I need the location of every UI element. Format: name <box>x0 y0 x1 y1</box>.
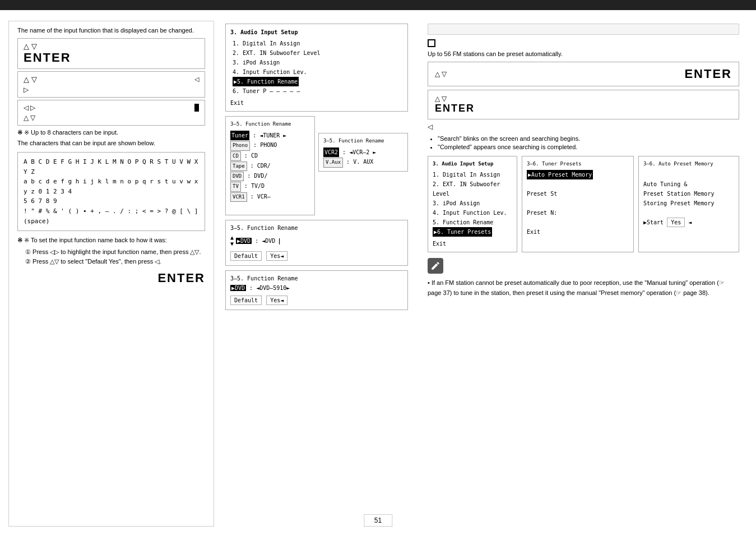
checkbox-icon <box>428 39 435 47</box>
control-box-2: △ ▽ ◁ ▷ <box>17 71 205 98</box>
right-arrows-2: △ ▽ <box>435 95 447 103</box>
right-ctrl-row-1: △ ▽ ENTER <box>435 67 732 81</box>
lr-arrows-3: ◁ ▷ <box>24 104 35 112</box>
fn-rename-title-1: 3–5. Function Rename <box>230 120 310 128</box>
bullet-1: "Search" blinks on the screen and search… <box>438 135 739 142</box>
right-header-box <box>428 24 739 35</box>
r-auto-item-1 <box>643 170 734 179</box>
right-control-2: △ ▽ ENTER <box>428 90 739 119</box>
main-menu-item-6: 6. Tuner P – – – – – <box>230 86 403 96</box>
default-btn-2[interactable]: Default <box>230 296 262 305</box>
instruction-list: ① Press ◁▷ to highlight the input functi… <box>25 248 205 265</box>
r-auto-item-3: Preset Station Memory <box>643 189 734 199</box>
right-menus: 3. Audio Input Setup 1. Digital In Assig… <box>428 156 739 252</box>
r-auto-item-5 <box>643 208 734 218</box>
chars-line-3: 5 6 7 8 9 <box>24 196 199 206</box>
fn-item-vcr2: VCR2 : ◄VCR–2 ► <box>323 147 403 157</box>
chars-line-2: a b c d e f g h i j k l m n o p q r s t … <box>24 177 199 196</box>
page-number: 51 <box>364 514 392 527</box>
right-auto-preset-menu: 3–6. Auto Preset Memory Auto Tuning & Pr… <box>638 156 739 252</box>
yes-start-btn[interactable]: Yes <box>667 218 685 227</box>
main-menu-item-1: 1. Digital In Assign <box>230 39 403 48</box>
step-1: ① Press ◁▷ to highlight the input functi… <box>25 248 205 256</box>
right-column: Up to 56 FM stations can be preset autom… <box>419 21 748 527</box>
r-item-5: 5. Function Rename <box>433 218 512 227</box>
default-btn-1[interactable]: Default <box>230 251 262 261</box>
r-start-row: ▶Start Yes ◄ <box>643 218 734 227</box>
rename-prefix-2: ▶DVD : ◄DVD–5910► <box>230 285 290 291</box>
fn-item-tape: Tape : CDR/ <box>230 161 310 171</box>
fn-item-phono: Phono : PHONO <box>230 140 310 150</box>
fn-item-blank: – <box>230 202 310 211</box>
right-auto-title: 3–6. Auto Preset Memory <box>643 160 734 168</box>
chars-box: A B C D E F G H I J K L M N O P Q R S T … <box>17 152 205 231</box>
chars-line-4: ! " # % & ' ( ) • + , – . / : ; < = > ? … <box>24 206 199 226</box>
right-enter-1: ENTER <box>684 67 732 81</box>
control-row-1: △ ▽ <box>24 42 199 50</box>
checkbox-row <box>428 39 739 47</box>
main-menu-title: 3. Audio Input Setup <box>230 27 403 37</box>
cursor-bar-3 <box>194 104 199 112</box>
r-sub-exit: Exit <box>527 227 629 237</box>
rename-value-row-2: ▶DVD : ◄DVD–5910► <box>230 285 403 291</box>
function-rename-box-2: 3–5. Function Rename VCR2 : ◄VCR–2 ► V.A… <box>318 133 408 172</box>
r-blank-2 <box>527 199 629 208</box>
r-item-6: ▶6. Tuner Presets <box>433 227 512 237</box>
up-down-arrows-1: △ ▽ <box>24 42 37 50</box>
note-3: ※ ※ To set the input function name back … <box>17 237 205 244</box>
note-box: • If an FM station cannot be preset auto… <box>428 278 739 298</box>
pencil-icon <box>428 258 443 274</box>
right-audio-title: 3. Audio Input Setup <box>433 160 512 168</box>
content-area: The name of the input function that is d… <box>6 18 750 529</box>
note-2: The characters that can be input are sho… <box>17 140 205 146</box>
main-menu-box: 3. Audio Input Setup 1. Digital In Assig… <box>225 24 408 112</box>
highlight-5: ▶5. Function Rename <box>233 77 299 86</box>
r-item-1: 1. Digital In Assign <box>433 170 512 179</box>
left-column: The name of the input function that is d… <box>8 21 214 527</box>
rename-title-2: 3–5. Function Rename <box>230 275 403 282</box>
left-intro: The name of the input function that is d… <box>17 27 205 34</box>
enter-label-1: ENTER <box>24 50 199 65</box>
pencil-svg <box>430 261 440 271</box>
yes-btn-2[interactable]: Yes◄ <box>266 296 287 305</box>
submenu-area-1: 3–5. Function Rename Tuner : ◄TUNER ► Ph… <box>225 116 408 215</box>
rename-buttons-1: Default Yes◄ <box>230 251 403 261</box>
right-control-1: △ ▽ ENTER <box>428 62 739 86</box>
middle-column: 3. Audio Input Setup 1. Digital In Assig… <box>220 21 414 527</box>
fn-rename-title-2: 3–5. Function Rename <box>323 137 403 145</box>
r-item-3: 3. iPod Assign <box>433 199 512 208</box>
main-menu-item-4: 4. Input Function Lev. <box>230 67 403 77</box>
right-arrows-1: △ ▽ <box>435 70 447 78</box>
main-menu-item-2: 2. EXT. IN Subwoofer Level <box>230 48 403 58</box>
fn-item-cd: CD : CD <box>230 151 310 161</box>
control-box-3: ◁ ▷ △ ▽ <box>17 100 205 126</box>
page-container: The name of the input function that is d… <box>0 0 756 535</box>
top-bar <box>0 0 756 10</box>
bullet-2: "Completed" appears once searching is co… <box>438 144 739 150</box>
chars-line-1: A B C D E F G H I J K L M N O P Q R S T … <box>24 157 199 177</box>
r-item-4: 4. Input Function Lev. <box>433 208 512 218</box>
main-menu-exit: Exit <box>230 98 403 108</box>
r-auto-item-4: Storing Preset Memory <box>643 199 734 208</box>
r-auto-preset: ▶Auto Preset Memory <box>527 170 629 179</box>
r-item-2: 2. EXT. IN Subwoofer Level <box>433 179 512 199</box>
right-tuner-menu: 3–6. Tuner Presets ▶Auto Preset Memory P… <box>522 156 634 252</box>
fn-item-tv: TV : TV/D <box>230 181 310 191</box>
fn-item-vcr1: VCR1 : VCR– <box>230 192 310 202</box>
rename-value-row-1: ▲ ▼ ▶DVD : ◄DVD | <box>230 234 403 247</box>
rename-prefix-1: ▶DVD : ◄DVD <box>236 238 275 244</box>
rename-arrows-1: ▲ ▼ <box>230 234 234 247</box>
rename-screen-2: 3–5. Function Rename ▶DVD : ◄DVD–5910► D… <box>225 270 408 310</box>
main-menu-item-5: ▶5. Function Rename <box>230 77 403 86</box>
yes-btn-1[interactable]: Yes◄ <box>266 251 287 261</box>
r-blank-1 <box>527 179 629 189</box>
r-preset-st: Preset St <box>527 189 629 199</box>
control-row-2: △ ▽ ◁ <box>24 75 199 84</box>
r-exit: Exit <box>433 239 512 248</box>
right-audio-menu: 3. Audio Input Setup 1. Digital In Assig… <box>428 156 517 252</box>
main-menu-item-3: 3. iPod Assign <box>230 58 403 67</box>
fn-item-tuner: Tuner : ◄TUNER ► <box>230 131 310 140</box>
rename-title-1: 3–5. Function Rename <box>230 225 403 231</box>
r-preset-n: Preset N: <box>527 208 629 218</box>
control-row-3a: ◁ ▷ <box>24 104 199 112</box>
